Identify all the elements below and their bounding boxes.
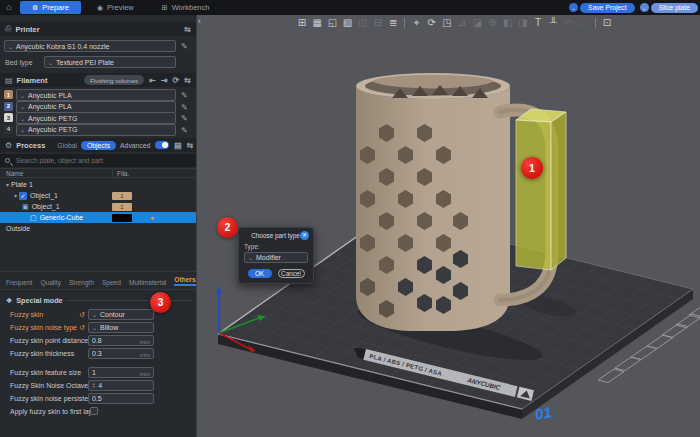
scale-icon[interactable]: ◳: [441, 16, 453, 30]
top-bar: ⌂ ⚙ Prepare ◉ Preview ⊞ Workbench ⌄ Save…: [0, 0, 700, 15]
filament-2-chip[interactable]: 2: [4, 102, 13, 111]
measure-icon[interactable]: ⌓: [578, 16, 590, 30]
tab-quality[interactable]: Quality: [40, 279, 61, 286]
cancel-button[interactable]: Cancel: [278, 269, 305, 278]
text-icon[interactable]: T: [532, 16, 544, 30]
process-global-tab[interactable]: Global: [57, 142, 77, 149]
spin-down-icon[interactable]: ▼: [92, 386, 95, 389]
bed-type-select[interactable]: ⌄ Textured PEI Plate: [44, 56, 176, 68]
filament-1-chip[interactable]: 1: [4, 90, 13, 99]
tab-preview[interactable]: ◉ Preview: [85, 1, 146, 14]
cut-icon[interactable]: ◪: [471, 16, 483, 30]
process-objects-tab[interactable]: Objects: [81, 141, 116, 150]
point-distance-input[interactable]: mm: [88, 335, 154, 346]
split-objects-icon[interactable]: ◫: [357, 16, 369, 30]
close-icon[interactable]: ✕: [300, 231, 309, 240]
caret-down-icon: ⌄: [48, 59, 53, 66]
annotation-badge-2: 2: [217, 217, 238, 238]
filament-4-edit-icon[interactable]: ✎: [181, 126, 188, 135]
flushing-volumes-button[interactable]: Flushing volumes: [84, 75, 144, 85]
assembly-view-icon[interactable]: ⊡: [601, 16, 613, 30]
part-type-select[interactable]: ⌄ Modifier: [244, 252, 308, 263]
caret-down-icon: ⌄: [20, 92, 25, 99]
noise-type-select[interactable]: ⌄ Billow: [88, 322, 154, 333]
octaves-stepper[interactable]: ▲ ▼: [88, 380, 154, 391]
filament-3-chip[interactable]: 3: [4, 113, 13, 122]
auto-map-filament-icon[interactable]: ⟳: [173, 76, 180, 85]
combine-right-icon[interactable]: ◨: [517, 16, 529, 30]
printer-preset-select[interactable]: ⌄ Anycubic Kobra S1 0.4 nozzle: [4, 40, 176, 52]
tab-prepare-label: Prepare: [42, 3, 69, 12]
tree-row-outside[interactable]: Outside: [0, 223, 196, 234]
tab-others[interactable]: Others: [174, 276, 195, 286]
arrange-icon[interactable]: ▦: [311, 16, 323, 30]
feature-size-input[interactable]: mm: [88, 367, 154, 378]
filament-4-select[interactable]: ⌄ Anycubic PETG: [16, 124, 176, 136]
filament-3-edit-icon[interactable]: ✎: [181, 114, 188, 123]
unload-filament-icon[interactable]: ⇤: [149, 76, 156, 85]
tree-row-generic-cube[interactable]: ▢ Generic-Cube ●: [0, 212, 196, 223]
search-input[interactable]: [14, 156, 191, 165]
object-visibility-checkbox[interactable]: ✓: [19, 192, 27, 200]
filament-1-edit-icon[interactable]: ✎: [181, 91, 188, 100]
flatten-icon[interactable]: ⊿: [456, 16, 468, 30]
annotation-badge-1: 1: [521, 157, 543, 179]
filament-3-select[interactable]: ⌄ Anycubic PETG: [16, 112, 176, 124]
filament-2-select[interactable]: ⌄ Anycubic PLA: [16, 101, 176, 113]
fuzzy-skin-select[interactable]: ⌄ Contour: [88, 309, 154, 320]
orient-icon[interactable]: ◱: [326, 16, 338, 30]
support-paint-icon[interactable]: ╨: [547, 16, 559, 30]
home-icon[interactable]: ⌂: [0, 0, 18, 15]
save-project-button[interactable]: Save Project: [580, 3, 635, 13]
filament-1-select[interactable]: ⌄ Anycubic PLA: [16, 89, 176, 101]
persistence-input[interactable]: [88, 393, 154, 404]
printer-icon: ⎙: [5, 24, 11, 34]
first-layer-checkbox[interactable]: [90, 407, 98, 415]
add-object-icon[interactable]: ⊞: [296, 16, 308, 30]
slice-plate-button[interactable]: Slice plate: [651, 3, 698, 13]
process-sync-icon[interactable]: ⇆: [187, 141, 194, 150]
setting-row-persistence: Fuzzy skin noise persistence: [0, 393, 191, 406]
filament-settings-icon[interactable]: ⇆: [184, 76, 191, 85]
tab-multimaterial[interactable]: Multimaterial: [129, 279, 166, 286]
undo-icon[interactable]: ↺: [79, 311, 85, 319]
object-child-filament-pill[interactable]: 1: [112, 203, 132, 211]
slice-plate-dropdown[interactable]: ⌄: [640, 3, 649, 12]
sidebar-collapse-icon[interactable]: ‹: [198, 16, 201, 26]
ok-button[interactable]: OK: [248, 269, 272, 278]
move-icon[interactable]: ⌖: [411, 16, 423, 30]
tab-prepare[interactable]: ⚙ Prepare: [20, 1, 81, 14]
noise-type-label: Fuzzy skin noise type: [10, 324, 77, 331]
combine-left-icon[interactable]: ◧: [502, 16, 514, 30]
split-parts-icon[interactable]: ⊟: [372, 16, 384, 30]
setting-row-point-distance: Fuzzy skin point distance mm: [0, 335, 191, 348]
process-list-icon[interactable]: ▤: [174, 141, 182, 150]
tab-speed[interactable]: Speed: [102, 279, 121, 286]
load-filament-icon[interactable]: ⇥: [161, 76, 168, 85]
filament-2-edit-icon[interactable]: ✎: [181, 103, 188, 112]
save-project-dropdown[interactable]: ⌄: [569, 3, 578, 12]
object-filament-pill[interactable]: 1: [112, 192, 132, 200]
unit-label: mm: [140, 351, 150, 358]
modifier-box[interactable]: [516, 109, 566, 270]
thickness-input[interactable]: mm: [88, 348, 154, 359]
variable-layer-icon[interactable]: ≣: [387, 16, 399, 30]
prepare-icon: ⚙: [32, 4, 38, 12]
tab-workbench[interactable]: ⊞ Workbench: [150, 1, 222, 14]
tree-row-object-child[interactable]: ▣ Object_1: [0, 201, 196, 212]
cube-filament-pill[interactable]: [112, 214, 132, 222]
filament-4-chip[interactable]: 4: [4, 125, 13, 134]
tab-frequent[interactable]: Frequent: [6, 279, 32, 286]
advanced-toggle[interactable]: [155, 141, 169, 149]
printer-settings-icon[interactable]: ⇆: [184, 25, 191, 34]
undo-icon[interactable]: ↺: [79, 324, 85, 332]
tab-strength[interactable]: Strength: [69, 279, 94, 286]
tree-row-plate[interactable]: ▾ Plate 1: [0, 179, 196, 190]
printer-edit-icon[interactable]: ✎: [181, 42, 188, 51]
tree-row-object[interactable]: ▾ ✓ Object_1: [0, 190, 196, 201]
clone-icon[interactable]: ⊕: [486, 16, 498, 30]
filament-title: Filament: [17, 76, 48, 85]
layout-icon[interactable]: ▧: [342, 16, 354, 30]
seam-icon[interactable]: ◠: [562, 16, 574, 30]
rotate-icon[interactable]: ⟳: [426, 16, 438, 30]
